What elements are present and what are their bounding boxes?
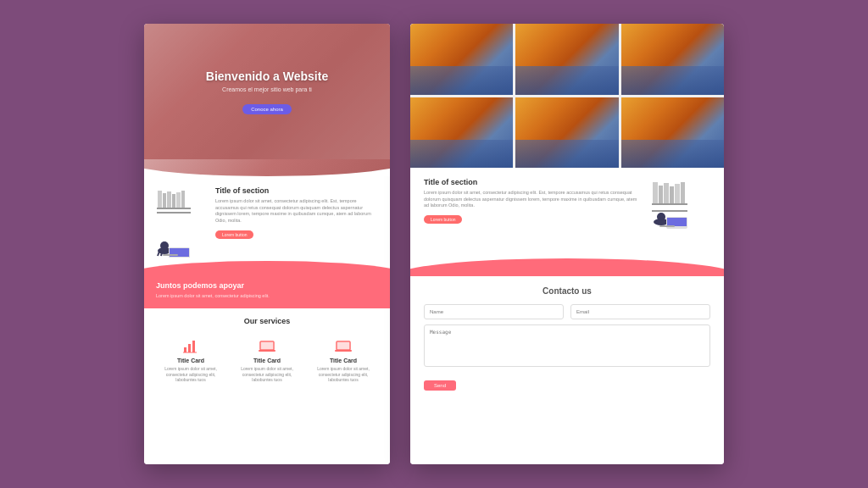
pink-section-title: Juntos podemos apoyar <box>156 281 378 290</box>
svg-rect-3 <box>172 194 175 208</box>
svg-rect-15 <box>184 347 186 352</box>
gallery-grid <box>410 24 724 168</box>
svg-rect-29 <box>675 184 680 203</box>
svg-rect-23 <box>337 342 349 349</box>
service-card-1: Title Card Lorem ipsum dolor sit amet, c… <box>156 334 225 388</box>
gallery-item-3 <box>621 24 724 95</box>
svg-rect-6 <box>157 208 191 209</box>
pink-section: Juntos podemos apoyar Lorem ipsum dolor … <box>144 271 390 308</box>
svg-point-9 <box>160 241 169 250</box>
service-card-3: Title Card Lorem ipsum dolor sit amet, c… <box>309 334 378 388</box>
service-card-3-desc: Lorem ipsum dolor sit amet, consectetur … <box>312 366 375 383</box>
svg-rect-1 <box>163 193 166 208</box>
gallery-item-5 <box>515 97 618 169</box>
svg-rect-21 <box>259 350 275 352</box>
gallery-item-2 <box>515 24 618 95</box>
svg-rect-12 <box>163 254 178 256</box>
svg-rect-2 <box>167 191 171 208</box>
service-card-2-title: Title Card <box>236 358 298 363</box>
svg-rect-28 <box>670 186 674 203</box>
laptop-icon-1 <box>259 339 275 354</box>
svg-rect-25 <box>653 182 658 203</box>
right-feature-text: Title of section Lorem ipsum dolor sit a… <box>424 178 641 225</box>
svg-rect-5 <box>181 191 185 208</box>
right-pink-wave <box>410 242 724 276</box>
svg-rect-31 <box>652 203 687 205</box>
hero-content: Bienvenido a Website Creamos el mejor si… <box>206 69 328 114</box>
svg-rect-4 <box>176 192 181 208</box>
contact-message-textarea[interactable] <box>424 324 710 367</box>
right-feature-title: Title of section <box>424 178 641 186</box>
gallery-item-6 <box>621 97 724 169</box>
left-page-mockup: Bienvenido a Website Creamos el mejor si… <box>144 24 390 464</box>
person-laptop-icon <box>156 224 203 258</box>
feature-desc: Lorem ipsum dolor sit amet, consectetur … <box>215 198 378 225</box>
services-grid: Title Card Lorem ipsum dolor sit amet, c… <box>156 334 378 388</box>
svg-rect-30 <box>681 182 685 203</box>
hero-title: Bienvenido a Website <box>206 69 328 83</box>
right-page-mockup: Title of section Lorem ipsum dolor sit a… <box>410 24 724 464</box>
service-card-2-desc: Lorem ipsum dolor sit amet, consectetur … <box>236 366 298 383</box>
svg-rect-20 <box>261 342 273 349</box>
feature-button[interactable]: Lorem button <box>215 230 253 239</box>
services-section: Our services Title Card Lorem ipsum dolo… <box>144 308 390 464</box>
contact-name-email-row <box>424 304 710 319</box>
svg-rect-24 <box>335 350 352 352</box>
svg-point-34 <box>657 213 665 221</box>
svg-rect-32 <box>652 210 687 212</box>
hero-subtitle: Creamos el mejor sitio web para ti <box>206 86 328 92</box>
contact-title: Contacto us <box>424 286 710 296</box>
contact-section: Contacto us Send <box>410 276 724 464</box>
feature-text: Title of section Lorem ipsum dolor sit a… <box>215 186 378 240</box>
features-section: Title of section Lorem ipsum dolor sit a… <box>144 176 390 271</box>
pink-section-desc: Lorem ipsum dolor sit amet, consectetur … <box>156 293 378 298</box>
contact-name-input[interactable] <box>424 304 564 319</box>
contact-email-input[interactable] <box>570 304 710 319</box>
gallery-item-1 <box>410 24 513 95</box>
service-card-3-title: Title Card <box>312 358 375 363</box>
svg-rect-0 <box>158 191 162 208</box>
svg-rect-37 <box>659 225 675 227</box>
services-title: Our services <box>156 317 378 325</box>
right-feature-button[interactable]: Lorem button <box>424 215 462 224</box>
service-card-1-title: Title Card <box>159 358 222 363</box>
service-card-1-desc: Lorem ipsum dolor sit amet, consectetur … <box>159 366 222 383</box>
main-container: Bienvenido a Website Creamos el mejor si… <box>127 7 741 481</box>
right-bookshelf-illustration <box>651 178 710 232</box>
gallery-item-4 <box>410 97 513 169</box>
hero-cta-button[interactable]: Conoce ahora <box>242 104 292 114</box>
right-bookshelf-icon <box>651 178 702 229</box>
right-feature-desc: Lorem ipsum dolor sit amet, consectetur … <box>424 190 641 209</box>
contact-submit-button[interactable]: Send <box>424 380 456 391</box>
feature-title: Title of section <box>215 186 378 195</box>
hero-section: Bienvenido a Website Creamos el mejor si… <box>144 24 390 159</box>
hero-wave-divider <box>144 159 390 176</box>
bookshelf-icon <box>156 186 194 220</box>
svg-rect-7 <box>157 212 191 214</box>
svg-rect-26 <box>659 186 663 203</box>
laptop-icon-2 <box>335 339 352 354</box>
svg-rect-27 <box>664 183 669 203</box>
chart-icon <box>182 339 199 354</box>
feature-illustration <box>156 186 207 261</box>
svg-rect-36 <box>667 218 687 226</box>
service-card-2: Title Card Lorem ipsum dolor sit amet, c… <box>232 334 302 388</box>
right-features-section: Title of section Lorem ipsum dolor sit a… <box>410 168 724 242</box>
svg-rect-17 <box>192 341 195 352</box>
svg-rect-16 <box>188 344 191 352</box>
